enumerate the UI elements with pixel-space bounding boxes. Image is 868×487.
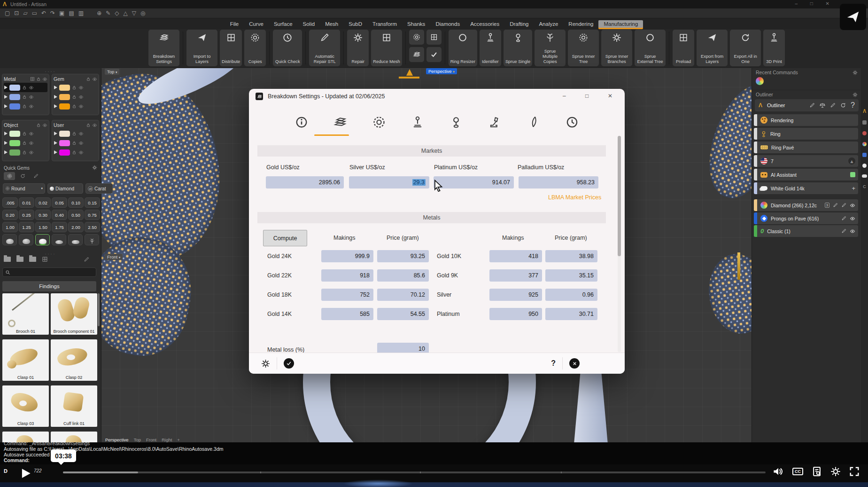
breakdown-settings-button[interactable]: Breakdown Settings: [148, 30, 179, 66]
price-input[interactable]: 54.55: [377, 308, 429, 320]
carat-button[interactable]: 1.25: [19, 222, 34, 232]
lock-icon[interactable]: [72, 104, 77, 109]
price-input[interactable]: 35.15: [545, 269, 597, 282]
eye-icon[interactable]: [29, 150, 34, 155]
eye-icon[interactable]: [78, 94, 84, 100]
ring-resizer-button[interactable]: Ring Resizer: [449, 30, 477, 66]
down-tool-icon[interactable]: ▽: [132, 10, 136, 16]
gear-icon[interactable]: [852, 70, 858, 75]
dock-c-icon[interactable]: C: [863, 184, 866, 189]
eye-icon[interactable]: [29, 141, 34, 146]
makings-input[interactable]: 752: [321, 289, 373, 301]
play-button[interactable]: [20, 467, 32, 479]
cancel-button[interactable]: [569, 358, 580, 369]
menu-drafting[interactable]: Drafting: [504, 20, 534, 28]
pen-icon[interactable]: [841, 216, 846, 221]
artisan-tab-icon[interactable]: Λ: [863, 109, 866, 114]
refresh-icon[interactable]: [840, 102, 846, 108]
sprue-inner-tree-button[interactable]: Sprue Inner Tree: [568, 30, 599, 66]
silver-market-input[interactable]: 29.3: [349, 176, 429, 189]
scrollbar-thumb[interactable]: [618, 136, 621, 256]
gumball-arrow-head[interactable]: [406, 69, 413, 76]
pave-render-right[interactable]: [698, 76, 752, 206]
dialog-scrollbar[interactable]: [618, 136, 621, 352]
tab-findings-icon[interactable]: [407, 112, 428, 133]
color-swatch[interactable]: [59, 131, 70, 137]
eye-icon[interactable]: [850, 216, 855, 221]
color-swatch[interactable]: [59, 94, 70, 100]
dock-cloud-icon[interactable]: [862, 174, 867, 178]
price-input[interactable]: 30.71: [545, 308, 597, 320]
gem-style-button[interactable]: [2, 234, 17, 245]
menu-subd[interactable]: SubD: [343, 20, 367, 28]
eye-icon[interactable]: [92, 123, 97, 128]
layer-row[interactable]: [54, 83, 97, 92]
color-swatch[interactable]: [9, 131, 20, 137]
eye-icon[interactable]: [78, 85, 84, 90]
viewport-tab-right[interactable]: Right: [162, 437, 172, 442]
carat-button[interactable]: 1.75: [52, 222, 67, 232]
carat-button[interactable]: 0.05: [52, 197, 67, 208]
layer-row[interactable]: [4, 83, 47, 92]
lock-icon[interactable]: [22, 131, 27, 136]
command-prompt[interactable]: Command:: [4, 457, 868, 463]
distribute-button[interactable]: Distribute: [220, 30, 242, 66]
dock-icon[interactable]: [862, 131, 867, 135]
layer-row[interactable]: [54, 92, 97, 102]
pave-set-icon[interactable]: [42, 256, 48, 262]
gumball-arrow[interactable]: [399, 77, 419, 79]
dialog-titlebar[interactable]: Breakdown Settings - Updated at 02/06/20…: [249, 89, 625, 104]
apply-check-button[interactable]: [284, 358, 294, 369]
lock-icon[interactable]: [22, 85, 27, 90]
eye-icon[interactable]: [92, 77, 97, 82]
lock-icon[interactable]: [36, 77, 41, 81]
outliner-row[interactable]: 7▲: [754, 155, 858, 167]
dock-icon[interactable]: [862, 153, 867, 157]
menu-shanks[interactable]: Shanks: [402, 20, 430, 28]
gems-tab-round-icon[interactable]: [4, 172, 15, 180]
finding-item-partial[interactable]: [2, 432, 49, 443]
sprue-multiple-copies-button[interactable]: Sprue Multiple Copies: [535, 30, 566, 66]
menu-diamonds[interactable]: Diamonds: [430, 20, 465, 28]
panel-drag-handle[interactable]: ····: [0, 69, 101, 74]
recent-command-item[interactable]: [752, 76, 861, 90]
color-swatch[interactable]: [59, 140, 70, 146]
eye-icon[interactable]: [78, 104, 84, 109]
outliner-row[interactable]: White Gold 14k+: [754, 182, 858, 194]
pen-icon[interactable]: [830, 102, 836, 108]
quick-gems-gear-icon[interactable]: [92, 165, 97, 170]
carat-button[interactable]: 0.10: [68, 197, 84, 208]
lock-icon[interactable]: [36, 123, 41, 127]
carat-button[interactable]: 0.50: [68, 210, 84, 220]
price-input[interactable]: 85.6: [377, 269, 429, 282]
layer-row[interactable]: [4, 148, 47, 157]
eye-icon[interactable]: [78, 131, 84, 136]
platinum-market-input[interactable]: 914.07: [434, 176, 514, 189]
carat-button[interactable]: 1.00: [2, 222, 18, 232]
color-swatch[interactable]: [59, 85, 70, 91]
dock-icon[interactable]: [862, 164, 867, 168]
viewport-label-front[interactable]: Front ▾: [105, 254, 123, 260]
layer-row[interactable]: [4, 92, 47, 102]
gem-map-icon[interactable]: [409, 30, 424, 45]
tab-gems-icon[interactable]: [369, 112, 389, 133]
makings-input[interactable]: 418: [489, 250, 542, 262]
template-icon[interactable]: ⊡: [14, 10, 19, 16]
folder-lock-icon[interactable]: [16, 257, 23, 262]
quick-check-button[interactable]: Quick Check: [273, 30, 302, 66]
window-controls[interactable]: – □ ✕: [795, 1, 835, 6]
export-from-layers-button[interactable]: Export from Layers: [697, 30, 728, 66]
share-paper-plane-icon[interactable]: [840, 4, 866, 30]
menu-manufacturing[interactable]: Manufacturing: [598, 20, 643, 28]
eye-icon[interactable]: [42, 77, 47, 82]
finding-item-partial[interactable]: [51, 432, 97, 443]
layer-row[interactable]: [4, 102, 47, 111]
makings-input[interactable]: 918: [321, 269, 373, 282]
menu-mesh[interactable]: Mesh: [320, 20, 343, 28]
lock-icon[interactable]: [72, 85, 77, 90]
lock-icon[interactable]: [22, 104, 27, 109]
layer-row[interactable]: [54, 102, 97, 111]
video-progress-bar[interactable]: [63, 471, 766, 473]
viewport-tab-add[interactable]: +: [177, 437, 180, 442]
badge-icon[interactable]: 3: [825, 203, 829, 208]
